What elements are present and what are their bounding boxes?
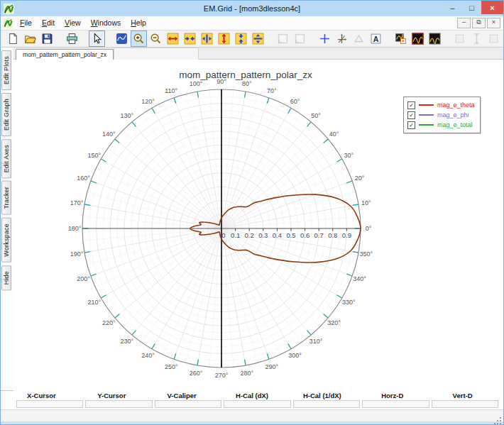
frame-right-button [292,31,308,47]
v-fit-page-button[interactable] [250,31,266,47]
v-expand-button[interactable] [216,31,232,47]
mdi-restore-button[interactable]: ⧉ [472,18,486,28]
menu-edit[interactable]: Edit [37,16,60,30]
svg-text:160°: 160° [77,175,90,182]
legend-row-mag-e-theta: ✓mag_e_theta [407,100,475,110]
sidebar-tab-edit-plots[interactable]: Edit Plots [1,50,11,90]
toolbar-separator [267,31,275,46]
select-pointer-button[interactable] [89,31,105,47]
legend-checkbox-mag-e-theta[interactable]: ✓ [407,101,415,109]
h-shrink-button[interactable] [182,31,198,47]
v-shrink-button[interactable] [233,31,249,47]
crosshair-marker-button[interactable] [317,31,333,47]
svg-text:0.2: 0.2 [245,231,254,239]
legend-label: mag_e_total [437,121,473,128]
sidebar-tab-workspace[interactable]: Workspace [1,218,11,263]
zoom-out-button[interactable] [148,31,164,47]
frame-left-button [275,31,291,47]
tab-mom-pattern-pattern-polar-zx[interactable]: mom_pattern_pattern_polar_zx [16,49,114,60]
sidebar-tab-hide[interactable]: Hide [1,265,11,290]
status-value-vert-d [432,400,498,408]
zoom-in-button[interactable] [131,31,147,47]
menu-view[interactable]: View [60,16,86,30]
svg-text:110°: 110° [165,87,177,94]
axes-marker-button[interactable] [334,31,350,47]
menu-windows[interactable]: Windows [86,16,126,30]
status-value-v-caliper [155,400,221,408]
svg-text:0.4: 0.4 [273,231,282,239]
resize-grip[interactable] [500,417,501,419]
titlebar: EM.Grid - [mom3dlesson4c] – □ × [1,1,503,16]
svg-text:300°: 300° [288,352,302,359]
close-button[interactable]: × [481,1,503,14]
svg-text:0.8: 0.8 [328,231,337,239]
svg-text:20°: 20° [355,175,365,182]
sidebar-tab-edit-graph[interactable]: Edit Graph [1,93,11,136]
zoom-window-button[interactable] [114,31,130,47]
svg-text:280°: 280° [241,370,254,377]
maximize-button[interactable]: □ [462,1,481,14]
export-plot-button[interactable] [393,31,409,47]
svg-text:80°: 80° [242,80,252,87]
window-title: EM.Grid - [mom3dlesson4c] [1,4,503,13]
toolbar-separator [385,31,393,46]
svg-text:10°: 10° [361,199,371,206]
text-annotation-button[interactable]: A [368,31,384,47]
svg-text:220°: 220° [102,319,116,326]
svg-text:250°: 250° [165,363,178,370]
svg-text:180°: 180° [68,225,82,232]
svg-text:170°: 170° [70,199,84,206]
svg-text:0: 0 [221,231,225,239]
v-caliper-right-button [486,31,502,47]
menu-items: FileEditViewWindowsHelp [15,16,151,30]
svg-text:0.9: 0.9 [342,231,351,239]
mdi-minimize-button[interactable]: – [457,18,471,28]
plot-style-dark-2-button[interactable] [427,31,443,47]
svg-text:0.6: 0.6 [300,231,309,239]
save-file-button[interactable] [39,31,55,47]
sidebar-tab-tracker[interactable]: Tracker [1,181,11,215]
svg-text:330°: 330° [342,299,356,306]
legend-row-mag-e-phi: ✓mag_e_phi [407,110,475,120]
h-fit-page-button[interactable] [199,31,215,47]
minimize-button[interactable]: – [443,1,462,14]
svg-text:230°: 230° [121,338,134,345]
legend-line-sample [419,114,434,116]
menu-file[interactable]: File [15,16,37,30]
plot-style-dark-1-button[interactable] [410,31,426,47]
h-expand-button[interactable] [165,31,181,47]
sidebar: Edit PlotsEdit GraphEdit AxesTrackerWork… [1,48,13,390]
tab-empty[interactable] [114,48,199,60]
legend-label: mag_e_theta [437,101,475,109]
status-value-h-cal-1-dx [293,400,360,408]
svg-text:320°: 320° [327,319,341,326]
window-status-bar [1,409,503,421]
svg-text:30°: 30° [344,152,354,159]
svg-text:190°: 190° [70,250,84,258]
legend-line-sample [419,124,434,126]
new-document-button[interactable] [5,31,21,47]
svg-text:210°: 210° [87,299,101,306]
status-value-horz-d [362,400,429,408]
toolbar-separator [106,31,114,46]
app-window: EM.Grid - [mom3dlesson4c] – □ × FileEdit… [0,0,504,425]
menu-help[interactable]: Help [126,16,151,30]
print-button[interactable] [64,31,80,47]
toolbar: ALayout ▾ [1,31,503,48]
svg-text:0.1: 0.1 [231,231,240,239]
open-file-button[interactable] [22,31,38,47]
svg-text:0.7: 0.7 [314,231,324,239]
document-logo-icon [4,18,13,28]
plot-area[interactable]: 00.10.20.30.40.50.60.70.80.90°10°20°30°4… [13,60,503,393]
window-controls: – □ × [443,1,503,16]
mdi-close-button[interactable]: × [487,18,500,28]
svg-text:350°: 350° [360,250,373,258]
legend-checkbox-mag-e-phi[interactable]: ✓ [407,111,415,119]
window-border-bottom [1,421,503,425]
chart-title: mom_pattern_pattern_polar_zx [179,70,312,80]
svg-text:260°: 260° [190,370,203,377]
svg-text:130°: 130° [121,112,134,119]
sidebar-tab-edit-axes[interactable]: Edit Axes [1,139,11,178]
status-value-x-cursor [16,400,83,408]
legend-checkbox-mag-e-total[interactable]: ✓ [407,121,415,129]
